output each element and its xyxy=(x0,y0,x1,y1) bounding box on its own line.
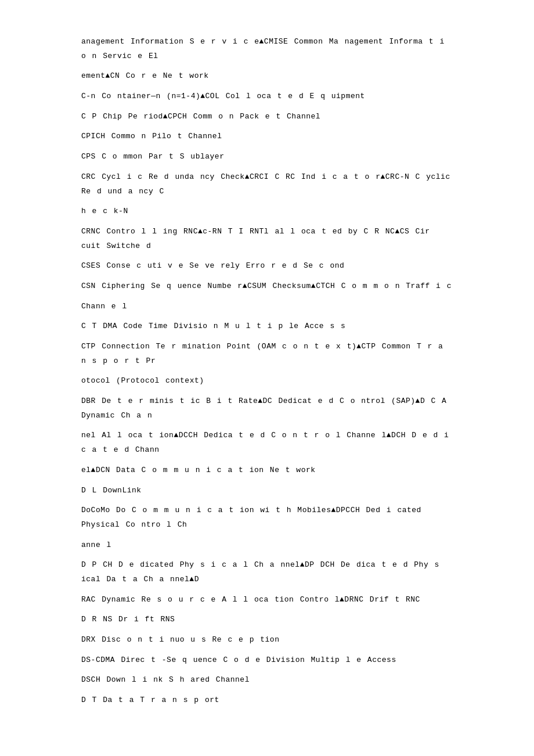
text-line-7: h e c k-N xyxy=(81,204,453,219)
text-line-4: CPICH Commo n Pilo t Channel xyxy=(81,129,453,144)
text-line-21: D P CH D e dicated Phy s i c a l Ch a nn… xyxy=(81,558,453,586)
text-line-8: CRNC Contro l l ing RNC▲c-RN T I RNTl al… xyxy=(81,225,453,253)
text-line-9: CSES Conse c uti v e Se ve rely Erro r e… xyxy=(81,259,453,273)
text-line-26: DSCH Down l i nk S h ared Channel xyxy=(81,673,453,687)
text-line-5: CPS C o mmon Par t S ublayer xyxy=(81,150,453,164)
text-line-11: Chann e l xyxy=(81,300,453,314)
text-line-10: CSN Ciphering Se q uence Numbe r▲CSUM Ch… xyxy=(81,279,453,294)
text-line-13: CTP Connection Te r mination Point (OAM … xyxy=(81,340,453,368)
text-line-16: nel Al l oca t ion▲DCCH Dedica t e d C o… xyxy=(81,429,453,457)
text-line-27: D T Da t a T r a n s p ort xyxy=(81,693,453,708)
text-line-17: el▲DCN Data C o m m u n i c a t ion Ne t… xyxy=(81,463,453,478)
text-line-6: CRC Cycl i c Re d unda ncy Check▲CRCI C … xyxy=(81,170,453,199)
text-line-19: DoCoMo Do C o m m u n i c a t ion wi t h… xyxy=(81,503,453,532)
text-line-14: otocol (Protocol context) xyxy=(81,374,453,388)
main-content: anagement Information S e r v i c e▲CMIS… xyxy=(81,35,453,708)
text-line-2: C-n Co ntainer—n (n=1-4)▲COL Col l oca t… xyxy=(81,89,453,104)
text-line-15: DBR De t e r minis t ic B i t Rate▲DC De… xyxy=(81,394,453,423)
text-line-22: RAC Dynamic Re s o u r c e A l l oca tio… xyxy=(81,593,453,607)
text-line-12: C T DMA Code Time Divisio n M u l t i p … xyxy=(81,319,453,334)
text-line-3: C P Chip Pe riod▲CPCH Comm o n Pack e t … xyxy=(81,110,453,124)
text-line-0: anagement Information S e r v i c e▲CMIS… xyxy=(81,35,453,63)
text-line-1: ement▲CN Co r e Ne t work xyxy=(81,69,453,84)
text-line-25: DS-CDMA Direc t -Se q uence C o d e Divi… xyxy=(81,653,453,668)
text-line-20: anne l xyxy=(81,538,453,553)
text-line-23: D R NS Dr i ft RNS xyxy=(81,613,453,627)
text-line-24: DRX Disc o n t i nuo u s Re c e p tion xyxy=(81,633,453,647)
text-line-18: D L DownLink xyxy=(81,484,453,498)
